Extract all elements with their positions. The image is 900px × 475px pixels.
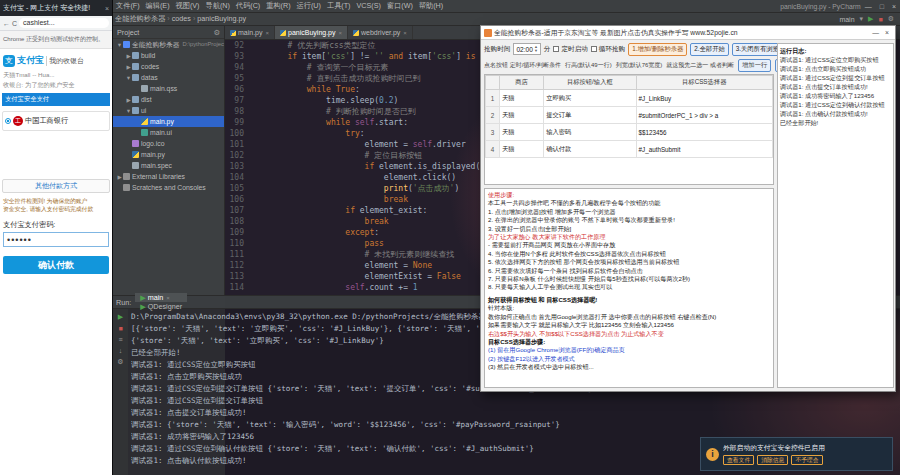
stop-icon[interactable]: ■ — [878, 16, 882, 23]
tree-item[interactable]: logo.ico — [113, 138, 224, 149]
tree-arrow-icon[interactable]: ▼ — [116, 42, 123, 48]
breadcrumb-item[interactable]: panicBuying.py — [195, 14, 248, 23]
start-all-button[interactable]: 2.全部开始 — [690, 43, 728, 56]
tree-arrow-icon[interactable]: ▶ — [125, 97, 132, 103]
window-control[interactable]: × — [888, 3, 900, 10]
project-panel-header[interactable]: Project ⚙ — [113, 26, 224, 39]
column-header[interactable]: 目标CSS选择器 — [636, 76, 773, 90]
menu-item[interactable]: 文件(F) — [113, 1, 143, 10]
tree-arrow-icon[interactable]: ▶ — [116, 174, 123, 180]
tree-arrow-icon[interactable]: ▼ — [125, 75, 132, 81]
table-row[interactable]: 4天猫确认付款#J_authSubmit — [486, 141, 773, 158]
run-tab[interactable]: ▶main× — [135, 293, 187, 302]
bank-radio[interactable] — [5, 118, 11, 124]
target-cell[interactable]: 输入密码 — [544, 124, 636, 141]
tree-arrow-icon[interactable]: ▶ — [125, 64, 132, 70]
url-field[interactable]: cashlest... — [19, 18, 109, 28]
settings-icon[interactable]: ⚙ — [888, 15, 894, 23]
other-payment-button[interactable]: 其他付款方式 — [2, 179, 110, 193]
menu-item[interactable]: 导航(N) — [203, 1, 233, 10]
menu-item[interactable]: 代码(C) — [233, 1, 263, 10]
table-row[interactable]: 1天猫立即购买#J_LinkBuy — [486, 90, 773, 107]
css-cell[interactable]: $$123456 — [636, 124, 773, 141]
table-row[interactable]: 2天猫提交订单#submitOrderPC_1 > div > a — [486, 107, 773, 124]
bank-option[interactable]: 工 中国工商银行 — [2, 111, 110, 131]
tab-close-icon[interactable]: × — [105, 5, 109, 12]
css-cell[interactable]: #submitOrderPC_1 > div > a — [636, 107, 773, 124]
back-icon[interactable]: ← — [3, 20, 10, 27]
tree-item[interactable]: Scratches and Consoles — [113, 182, 224, 193]
css-cell[interactable]: #J_authSubmit — [636, 141, 773, 158]
tree-item[interactable]: ▶dist — [113, 94, 224, 105]
store-cell[interactable]: 天猫 — [500, 90, 544, 107]
tree-item[interactable]: ▼全能抢购秒杀器D:\pythonProjects\全能抢购秒杀器 — [113, 39, 224, 50]
css-cell[interactable]: #J_LinkBuy — [636, 90, 773, 107]
column-header[interactable]: 目标按钮/输入框 — [544, 76, 636, 90]
password-input[interactable]: •••••• — [3, 232, 109, 247]
tree-item[interactable]: main.spec — [113, 160, 224, 171]
toast-action-button[interactable]: 查看文件 — [723, 455, 754, 465]
breadcrumb-item[interactable]: codes — [170, 14, 193, 23]
time-spinner[interactable]: 02:00 ▲▼ — [513, 43, 540, 55]
tree-arrow-icon[interactable]: ▼ — [125, 108, 132, 114]
rerun-icon[interactable]: ▶ — [118, 313, 123, 321]
store-cell[interactable]: 天猫 — [500, 124, 544, 141]
gear-icon[interactable]: ⚙ — [214, 28, 220, 37]
store-cell[interactable]: 天猫 — [500, 141, 544, 158]
instructions-panel[interactable]: 使用步骤:本工具一共四步操作吧 不懂的多看几遍教程学会每个按钮的功能1. 点击[… — [484, 188, 774, 388]
menu-icon[interactable]: ≡ — [118, 336, 122, 343]
editor-tab[interactable]: panicBuying.py× — [275, 26, 348, 39]
target-cell[interactable]: 立即购买 — [544, 90, 636, 107]
run-tab[interactable]: ▶QDesigner — [135, 302, 187, 311]
tree-item[interactable]: main.qss — [113, 83, 224, 94]
menu-item[interactable]: 窗口(W) — [384, 1, 416, 10]
tree-item[interactable]: ▶build — [113, 50, 224, 61]
toast-action-button[interactable]: 不予理会 — [791, 455, 822, 465]
timed-start-checkbox[interactable]: 定时启动 — [553, 45, 587, 54]
window-control[interactable]: — — [861, 3, 876, 10]
target-cell[interactable]: 确认付款 — [544, 141, 636, 158]
menu-item[interactable]: VCS(S) — [354, 1, 384, 10]
toast-action-button[interactable]: 消除信息 — [757, 455, 788, 465]
checkbox-icon[interactable] — [591, 46, 597, 52]
tab-close-icon[interactable]: × — [266, 30, 270, 36]
window-control[interactable]: □ — [876, 3, 888, 10]
add-row-button[interactable]: 增加一行 — [738, 59, 771, 72]
log-panel[interactable]: 运行日志: 调试器1: 通过CSS定位立即购买按钮调试器1: 点击立即购买按钮成… — [777, 43, 894, 388]
checkbox-icon[interactable] — [553, 46, 559, 52]
tree-item[interactable]: ▶codes — [113, 61, 224, 72]
editor-tab[interactable]: main.py× — [225, 26, 275, 39]
stop-icon[interactable]: ■ — [118, 325, 122, 332]
loop-buy-checkbox[interactable]: 循环抢购 — [591, 45, 625, 54]
tree-item[interactable]: main.py — [113, 149, 224, 160]
tree-item[interactable]: main.ui — [113, 127, 224, 138]
editor-tab[interactable]: webdriver.py× — [348, 26, 413, 39]
settings-icon[interactable]: ⚙ — [117, 358, 123, 366]
window-control[interactable]: — — [869, 29, 882, 36]
tab-close-icon[interactable]: × — [166, 295, 170, 301]
run-icon[interactable]: ▶ — [868, 15, 873, 23]
browser-tab[interactable]: 支付宝 - 网上支付 安全快捷! — [3, 3, 103, 13]
tree-item[interactable]: ▼ui — [113, 105, 224, 116]
run-config-selector[interactable]: main — [839, 16, 854, 23]
menu-item[interactable]: 重构(R) — [263, 1, 293, 10]
tree-item[interactable]: main.py — [113, 116, 224, 127]
tree-arrow-icon[interactable]: ▶ — [125, 53, 132, 59]
menu-item[interactable]: 视图(V) — [173, 1, 203, 10]
spinner-arrows-icon[interactable]: ▲▼ — [534, 45, 538, 53]
breadcrumb-item[interactable]: 全能抢购秒杀器 — [113, 14, 167, 23]
table-row[interactable]: 3天猫输入密码$$123456 — [486, 124, 773, 141]
tree-item[interactable]: ▶External Libraries — [113, 171, 224, 182]
chevron-down-icon[interactable]: ▾ — [860, 15, 864, 23]
column-header[interactable]: 商店 — [500, 76, 544, 90]
menu-item[interactable]: 工具(T) — [324, 1, 354, 10]
target-cell[interactable]: 提交订单 — [544, 107, 636, 124]
scroll-down-icon[interactable]: ↓ — [119, 347, 123, 354]
tab-close-icon[interactable]: × — [403, 30, 407, 36]
add-remove-browser-button[interactable]: 1.增加/删除秒杀器 — [628, 43, 687, 56]
menu-item[interactable]: 编辑(E) — [143, 1, 173, 10]
window-control[interactable]: × — [882, 29, 892, 36]
confirm-payment-button[interactable]: 确认付款 — [3, 256, 109, 274]
menu-item[interactable]: 运行(U) — [294, 1, 324, 10]
tab-close-icon[interactable]: × — [339, 30, 343, 36]
